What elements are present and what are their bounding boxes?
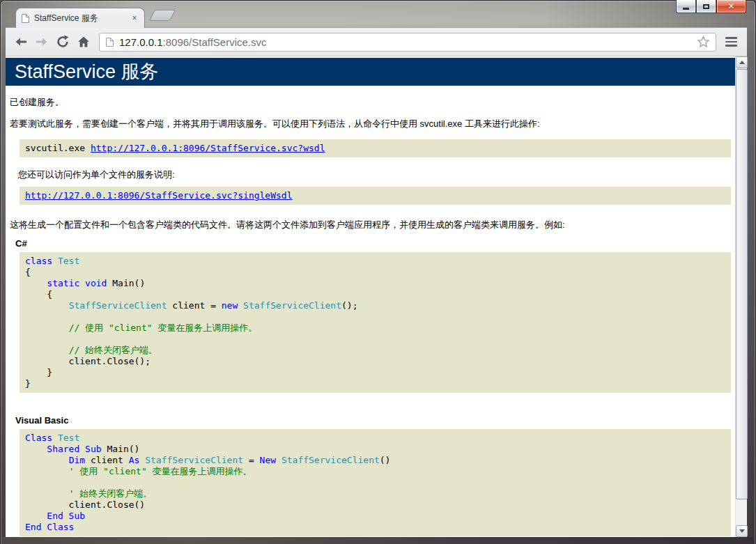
tab-close-button[interactable]: ×	[130, 13, 139, 23]
csharp-code-block: class Test{ static void Main() { StaffSe…	[20, 252, 731, 393]
url-text[interactable]: 127.0.0.1:8096/StaffService.svc	[119, 36, 697, 48]
single-wsdl-text: 您还可以访问作为单个文件的服务说明:	[18, 169, 731, 181]
browser-toolbar: 127.0.0.1:8096/StaffService.svc	[6, 27, 747, 56]
svcutil-command: svcutil.exe	[25, 143, 91, 153]
scroll-up-button[interactable]	[736, 56, 748, 68]
page-content-area: StaffService 服务 已创建服务。 若要测试此服务，需要创建一个客户端…	[6, 56, 747, 537]
wsdl-link[interactable]: http://127.0.0.1:8096/StaffService.svc?w…	[91, 143, 325, 153]
minimize-button[interactable]	[676, 0, 696, 13]
page-title: StaffService 服务	[6, 58, 735, 86]
forward-icon	[35, 35, 49, 49]
home-button[interactable]	[74, 32, 93, 52]
page-icon	[105, 37, 114, 47]
vb-label: Visual Basic	[15, 415, 735, 426]
intro-text: 若要测试此服务，需要创建一个客户端，并将其用于调用该服务。可以使用下列语法，从命…	[10, 118, 731, 130]
scroll-down-icon	[739, 529, 745, 533]
chrome-menu-button[interactable]	[720, 32, 741, 52]
window-controls: ✕	[676, 0, 746, 13]
single-wsdl-link[interactable]: http://127.0.0.1:8096/StaffService.svc?s…	[25, 190, 293, 201]
tab-title: StaffService 服务	[34, 13, 130, 24]
close-window-button[interactable]: ✕	[716, 0, 746, 13]
forward-button[interactable]	[32, 32, 52, 52]
csharp-label: C#	[15, 238, 735, 249]
generate-text: 这将生成一个配置文件和一个包含客户端类的代码文件。请将这两个文件添加到客户端应用…	[10, 219, 731, 231]
svcutil-command-box: svcutil.exe http://127.0.0.1:8096/StaffS…	[20, 139, 731, 157]
scrollbar-thumb[interactable]	[736, 69, 748, 499]
scroll-up-icon	[739, 61, 745, 64]
tab-close-icon: ×	[132, 13, 137, 23]
address-bar[interactable]: 127.0.0.1:8096/StaffService.svc	[99, 33, 716, 52]
back-button[interactable]	[11, 32, 31, 52]
scroll-down-button[interactable]	[736, 525, 748, 537]
reload-button[interactable]	[53, 32, 72, 52]
bookmark-star-icon[interactable]	[697, 36, 710, 49]
window-bottom-frame	[1, 537, 755, 544]
url-host: 127.0.0.1	[119, 36, 163, 48]
url-path: :8096/StaffService.svc	[163, 36, 267, 48]
maximize-icon	[703, 4, 709, 9]
browser-tab[interactable]: StaffService 服务 ×	[15, 8, 145, 28]
back-icon	[14, 35, 28, 49]
browser-window: ✕ StaffService 服务 ×	[0, 0, 756, 544]
vb-code-block: Class Test Shared Sub Main() Dim client …	[20, 429, 731, 536]
service-help-page: StaffService 服务 已创建服务。 若要测试此服务，需要创建一个客户端…	[6, 56, 735, 537]
minimize-icon	[683, 8, 689, 10]
home-icon	[77, 35, 91, 49]
service-created-text: 已创建服务。	[10, 96, 731, 109]
menu-icon	[725, 37, 737, 39]
maximize-button[interactable]	[696, 0, 716, 13]
close-icon: ✕	[727, 2, 734, 10]
page-favicon-icon	[21, 13, 30, 24]
vertical-scrollbar[interactable]	[735, 56, 747, 537]
single-wsdl-box: http://127.0.0.1:8096/StaffService.svc?s…	[20, 187, 731, 205]
reload-icon	[56, 35, 70, 49]
